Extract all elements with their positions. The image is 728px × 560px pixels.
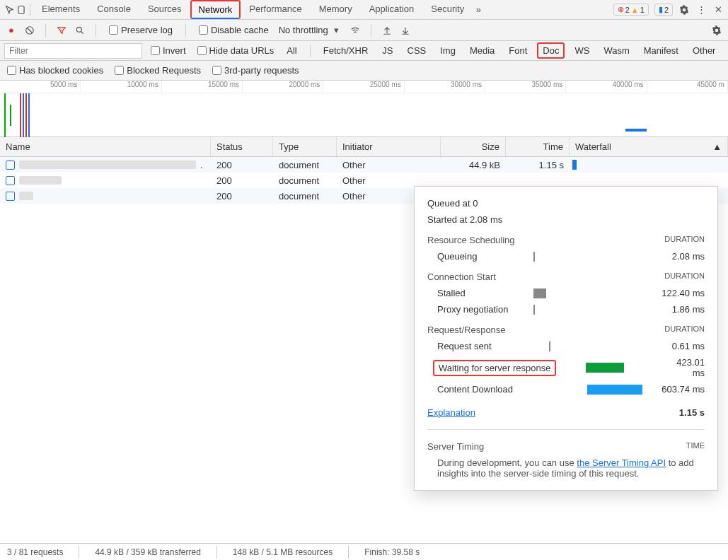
filter-chip-ws[interactable]: WS [570, 44, 594, 57]
timeline-tick: 45000 m [647, 81, 728, 93]
message-badge[interactable]: ▮2 [654, 4, 673, 16]
waiting-bar [586, 363, 624, 373]
section-resource-scheduling: Resource Scheduling [427, 235, 515, 245]
proxy-label: Proxy negotiation [427, 304, 533, 315]
filter-input[interactable] [4, 43, 142, 59]
stalled-bar [533, 288, 546, 298]
duration-header: DURATION [664, 235, 705, 245]
inspect-icon[interactable] [4, 4, 16, 16]
clear-icon[interactable] [24, 25, 35, 36]
server-timing-header: Server Timing [427, 441, 484, 452]
table-row[interactable]: . 200 document Other 44.9 kB 1.15 s [0, 157, 728, 173]
status-requests: 3 / 81 requests [7, 547, 63, 557]
filter-chip-all[interactable]: All [282, 44, 301, 57]
stalled-value: 122.40 ms [625, 288, 705, 298]
disable-cache-checkbox[interactable]: Disable cache [196, 25, 272, 35]
duration-header: DURATION [664, 325, 705, 335]
filter-chip-other[interactable]: Other [688, 44, 720, 57]
blocked-cookies-label: Has blocked cookies [19, 65, 103, 76]
device-icon[interactable] [16, 4, 27, 16]
filter-chip-js[interactable]: JS [378, 44, 397, 57]
throttling-value: No throttling [279, 25, 328, 35]
preserve-log-checkbox[interactable]: Preserve log [106, 25, 175, 35]
cell-time: 1.15 s [506, 158, 570, 172]
col-initiator[interactable]: Initiator [337, 137, 441, 156]
explanation-link[interactable]: Explanation [427, 407, 475, 418]
timeline-tick: 25000 ms [323, 81, 404, 93]
filter-chip-css[interactable]: CSS [403, 44, 431, 57]
col-name[interactable]: Name [0, 137, 211, 156]
error-badge[interactable]: ⊗2 ▲1 [613, 4, 649, 16]
col-time[interactable]: Time [506, 137, 570, 156]
filter-chip-wasm[interactable]: Wasm [599, 44, 633, 57]
proxy-value: 1.86 ms [625, 304, 705, 315]
close-icon[interactable]: ✕ [712, 4, 724, 16]
total-time: 1.15 s [679, 407, 705, 418]
filter-chip-font[interactable]: Font [504, 44, 531, 57]
invert-checkbox[interactable]: Invert [148, 45, 189, 56]
upload-icon[interactable] [381, 25, 393, 36]
wifi-icon[interactable] [349, 25, 361, 36]
cell-type: document [273, 174, 337, 187]
record-icon[interactable]: ● [6, 25, 17, 36]
cell-initiator: Other [337, 158, 441, 172]
cell-waterfall [570, 157, 728, 173]
filter-chip-img[interactable]: Img [436, 44, 460, 57]
tab-security[interactable]: Security [422, 0, 473, 20]
blocked-requests-checkbox[interactable]: Blocked Requests [112, 65, 204, 76]
cell-initiator: Other [337, 174, 441, 187]
filter-bar-2: Has blocked cookies Blocked Requests 3rd… [0, 61, 728, 81]
filter-chip-media[interactable]: Media [466, 44, 499, 57]
col-type[interactable]: Type [273, 137, 337, 156]
hide-data-label: Hide data URLs [209, 45, 275, 56]
timeline-tick: 40000 ms [566, 81, 647, 93]
queued-text: Queued at 0 [427, 198, 705, 209]
tab-elements[interactable]: Elements [33, 0, 88, 20]
search-icon[interactable] [74, 25, 86, 36]
download-bar [587, 385, 642, 395]
separator [96, 24, 96, 37]
time-header: TIME [686, 441, 705, 452]
blocked-cookies-checkbox[interactable]: Has blocked cookies [4, 65, 106, 76]
col-waterfall[interactable]: Waterfall▲ [570, 137, 728, 156]
status-finish: Finish: 39.58 s [364, 547, 420, 557]
filter-chip-manifest[interactable]: Manifest [640, 44, 683, 57]
server-timing-api-link[interactable]: the Server Timing API [577, 457, 666, 468]
cell-waterfall [570, 179, 728, 182]
cell-status: 200 [211, 174, 273, 187]
tab-network[interactable]: Network [190, 0, 241, 19]
separator [79, 546, 79, 559]
download-icon[interactable] [400, 25, 411, 36]
tab-sources[interactable]: Sources [139, 0, 190, 20]
tab-console[interactable]: Console [88, 0, 139, 20]
filter-icon[interactable] [56, 25, 67, 36]
request-name-redacted [19, 176, 62, 185]
tab-memory[interactable]: Memory [311, 0, 361, 20]
filter-bar: Invert Hide data URLs All Fetch/XHR JS C… [0, 41, 728, 61]
timeline-overview[interactable]: 5000 ms 10000 ms 15000 ms 20000 ms 25000… [0, 81, 728, 137]
duration-header: DURATION [664, 272, 705, 282]
separator [310, 45, 311, 57]
throttling-select[interactable]: No throttling▾ [279, 25, 342, 36]
more-tabs-icon[interactable]: » [473, 4, 484, 16]
waiting-label: Waiting for server response [433, 360, 556, 376]
col-size[interactable]: Size [441, 137, 506, 156]
timeline-tick: 20000 ms [243, 81, 323, 93]
tab-application[interactable]: Application [361, 0, 423, 20]
network-toolbar: ● Preserve log Disable cache No throttli… [0, 20, 728, 41]
col-status[interactable]: Status [211, 137, 273, 156]
chevron-down-icon: ▾ [331, 25, 342, 36]
sent-bar [549, 342, 550, 351]
document-icon [6, 192, 15, 201]
tab-performance[interactable]: Performance [241, 0, 310, 20]
status-bar: 3 / 81 requests 44.9 kB / 359 kB transfe… [0, 543, 728, 560]
col-waterfall-label: Waterfall [575, 141, 611, 152]
third-party-checkbox[interactable]: 3rd-party requests [209, 65, 302, 76]
filter-chip-doc[interactable]: Doc [537, 42, 565, 59]
hide-data-urls-checkbox[interactable]: Hide data URLs [195, 45, 277, 56]
panel-settings-icon[interactable] [711, 25, 722, 36]
timeline-tick: 30000 ms [405, 81, 485, 93]
filter-chip-fetchxhr[interactable]: Fetch/XHR [319, 44, 373, 57]
kebab-icon[interactable]: ⋮ [695, 4, 707, 16]
settings-icon[interactable] [678, 4, 690, 16]
